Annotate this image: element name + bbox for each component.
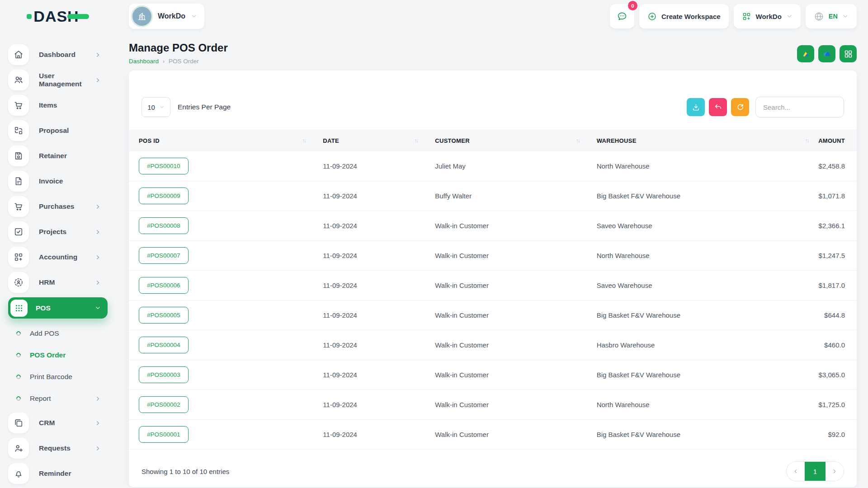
proposal-icon	[8, 120, 29, 141]
chevron-down-icon	[159, 104, 165, 110]
sidebar-item-label: CRM	[39, 419, 94, 427]
table-controls: 10 Entries Per Page	[129, 97, 857, 117]
sidebar-item-dashboard[interactable]: Dashboard	[8, 44, 108, 65]
table-row: #POS0000311-09-2024Walk-in CustomerBig B…	[129, 360, 857, 390]
next-page-button[interactable]	[826, 462, 844, 481]
sidebar-item-label: Purchases	[39, 202, 94, 211]
workspace-selector[interactable]: WorkDo	[129, 4, 204, 29]
reset-button[interactable]	[709, 98, 727, 116]
sidebar-menu: DashboardUser ManagementItemsProposalRet…	[0, 33, 116, 319]
app-logo[interactable]: DASH	[0, 0, 116, 33]
pos-id-button[interactable]: #POS00008	[139, 217, 189, 234]
company-dropdown[interactable]: WorkDo	[734, 4, 801, 28]
export-button[interactable]	[687, 98, 705, 116]
pos-submenu-label: Report	[30, 394, 94, 403]
sort-icon[interactable]: ↑↓	[415, 138, 418, 143]
amount-cell: $1,247.5	[816, 252, 857, 259]
create-workspace-button[interactable]: Create Workspace	[639, 4, 729, 28]
customer-cell: Walk-in Customer	[425, 311, 586, 319]
customer-cell: Walk-in Customer	[425, 431, 586, 438]
cart-icon	[8, 196, 29, 217]
sidebar-item-projects[interactable]: Projects	[8, 221, 108, 242]
sidebar-item-hrm[interactable]: HRM	[8, 272, 108, 293]
warehouse-cell: Big Basket F&V Warehouse	[587, 431, 816, 438]
customer-cell: Walk-in Customer	[425, 341, 586, 349]
breadcrumb-dashboard-link[interactable]: Dashboard	[129, 58, 159, 65]
sidebar-item-label: Reminder	[39, 469, 101, 478]
previous-page-button[interactable]	[787, 462, 805, 481]
pos-id-button[interactable]: #POS00007	[139, 247, 189, 264]
page-number-button[interactable]: 1	[805, 462, 826, 481]
hrm-icon	[8, 272, 29, 293]
language-dropdown[interactable]: EN	[806, 4, 857, 28]
warehouse-cell: Saveo Warehouse	[587, 222, 816, 230]
sort-icon[interactable]: ↑↓	[302, 138, 306, 143]
building-icon	[137, 11, 147, 22]
pos-id-button[interactable]: #POS00009	[139, 188, 189, 204]
pos-id-button[interactable]: #POS00002	[139, 396, 189, 413]
customer-cell: Buffy Walter	[425, 192, 586, 200]
entries-per-page-select[interactable]: 10	[142, 97, 170, 117]
table-row: #POS0000211-09-2024Walk-in CustomerNorth…	[129, 390, 857, 420]
users-icon	[8, 70, 29, 90]
table-row: #POS0000411-09-2024Walk-in CustomerHasbr…	[129, 330, 857, 360]
amount-cell: $1,725.0	[816, 401, 857, 408]
pos-id-button[interactable]: #POS00006	[139, 277, 189, 294]
google-drive-button[interactable]	[797, 45, 814, 62]
bullet-icon	[15, 352, 22, 358]
date-cell: 11-09-2024	[313, 431, 425, 438]
sort-icon[interactable]: ↑↓	[805, 138, 809, 143]
chevron-right-icon	[94, 279, 101, 286]
sidebar-item-requests[interactable]: Requests	[8, 438, 108, 459]
refresh-button[interactable]	[731, 98, 749, 116]
column-header-amount: AMOUNT	[816, 137, 857, 144]
sidebar-item-crm[interactable]: CRM	[8, 413, 108, 433]
table-row: #POS0000711-09-2024Walk-in CustomerNorth…	[129, 241, 857, 271]
dash-logo: DASH	[27, 9, 89, 24]
main-area: WorkDo 0 Create Workspace WorkDo EN	[116, 0, 868, 488]
chat-icon	[616, 10, 628, 22]
sidebar-item-reminder[interactable]: Reminder	[8, 463, 108, 484]
pos-id-button[interactable]: #POS00001	[139, 426, 189, 443]
customer-cell: Walk-in Customer	[425, 282, 586, 289]
amount-cell: $1,817.0	[816, 282, 857, 289]
create-workspace-label: Create Workspace	[661, 13, 721, 20]
sidebar-item-user-management[interactable]: User Management	[8, 70, 108, 90]
pos-submenu-item-pos-order[interactable]: POS Order	[8, 347, 108, 364]
amount-cell: $92.0	[816, 431, 857, 438]
messages-button[interactable]: 0	[610, 4, 634, 28]
page-content: Manage POS Order Dashboard › POS Order 1…	[116, 42, 868, 487]
sidebar-item-invoice[interactable]: Invoice	[8, 171, 108, 192]
chevron-down-icon	[94, 305, 101, 311]
sort-icon[interactable]: ↑↓	[576, 138, 580, 143]
pos-submenu-item-print-barcode[interactable]: Print Barcode	[8, 368, 108, 385]
warehouse-cell: Hasbro Warehouse	[587, 341, 816, 349]
pos-id-button[interactable]: #POS00003	[139, 366, 189, 383]
cart-icon	[8, 95, 29, 116]
pos-submenu-label: Add POS	[30, 329, 101, 338]
warehouse-cell: Big Basket F&V Warehouse	[587, 371, 816, 379]
pos-submenu-label: Print Barcode	[30, 373, 101, 381]
customer-cell: Walk-in Customer	[425, 222, 586, 230]
grid-view-button[interactable]	[840, 45, 857, 62]
sidebar-item-label: Requests	[39, 444, 94, 452]
sidebar-item-pos[interactable]: POS	[8, 297, 108, 319]
customer-cell: Walk-in Customer	[425, 252, 586, 259]
chevron-left-icon	[793, 468, 799, 474]
pos-id-button[interactable]: #POS00004	[139, 337, 189, 353]
pos-submenu-item-report[interactable]: Report	[8, 390, 108, 407]
date-cell: 11-09-2024	[313, 371, 425, 379]
onedrive-button[interactable]	[818, 45, 835, 62]
sidebar-item-proposal[interactable]: Proposal	[8, 120, 108, 141]
pos-id-button[interactable]: #POS00010	[139, 158, 189, 174]
invoice-icon	[8, 171, 29, 192]
sidebar-item-accounting[interactable]: Accounting	[8, 247, 108, 267]
search-input[interactable]	[755, 97, 844, 117]
sidebar-item-retainer[interactable]: Retainer	[8, 145, 108, 166]
sidebar-item-items[interactable]: Items	[8, 95, 108, 116]
pos-submenu-item-add-pos[interactable]: Add POS	[8, 325, 108, 342]
chevron-right-icon	[94, 229, 101, 235]
sidebar-item-purchases[interactable]: Purchases	[8, 196, 108, 217]
sidebar-item-label: User Management	[39, 72, 94, 88]
pos-id-button[interactable]: #POS00005	[139, 307, 189, 324]
